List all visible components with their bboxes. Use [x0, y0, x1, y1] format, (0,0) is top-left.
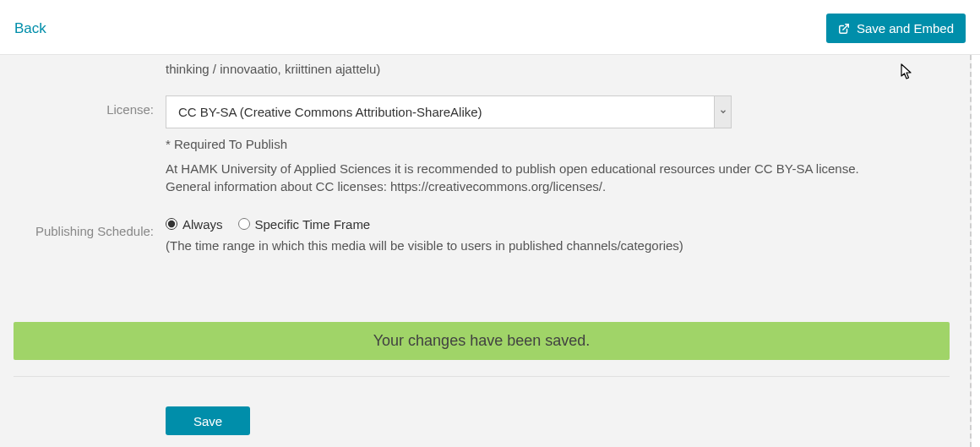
success-alert-message: Your changes have been saved.	[373, 332, 591, 350]
chevron-down-icon[interactable]	[714, 96, 731, 128]
license-select[interactable]: CC BY-SA (Creative Commons Attribution-S…	[166, 95, 732, 128]
save-and-embed-label: Save and Embed	[857, 21, 954, 35]
schedule-radio-always[interactable]	[166, 218, 177, 230]
license-required-note: * Required To Publish	[166, 135, 892, 153]
license-selected-value: CC BY-SA (Creative Commons Attribution-S…	[166, 96, 714, 128]
save-and-embed-button[interactable]: Save and Embed	[826, 14, 966, 43]
schedule-help-text: (The time range in which this media will…	[166, 238, 929, 253]
success-alert: Your changes have been saved.	[14, 322, 950, 360]
schedule-option-specific[interactable]: Specific Time Frame	[238, 217, 371, 232]
save-button[interactable]: Save	[166, 406, 250, 435]
license-row: License: CC BY-SA (Creative Commons Attr…	[0, 95, 970, 195]
publishing-schedule-row: Publishing Schedule: Always Specific Tim…	[0, 217, 970, 253]
content-area: thinking / innovaatio, kriittinen ajatte…	[0, 55, 972, 447]
schedule-radio-specific[interactable]	[238, 218, 250, 230]
clipped-text-fragment: thinking / innovaatio, kriittinen ajatte…	[0, 55, 970, 79]
back-link[interactable]: Back	[14, 20, 46, 37]
schedule-radio-group: Always Specific Time Frame	[166, 217, 929, 232]
top-bar: Back Save and Embed	[0, 0, 980, 55]
license-label: License:	[0, 95, 166, 117]
external-link-icon	[838, 23, 850, 35]
schedule-option-always[interactable]: Always	[166, 217, 223, 232]
schedule-always-label: Always	[182, 217, 223, 232]
svg-line-0	[843, 24, 848, 29]
divider	[14, 376, 950, 377]
publishing-schedule-label: Publishing Schedule:	[0, 217, 166, 238]
license-help-text: At HAMK University of Applied Sciences i…	[166, 160, 892, 195]
schedule-specific-label: Specific Time Frame	[255, 217, 371, 232]
